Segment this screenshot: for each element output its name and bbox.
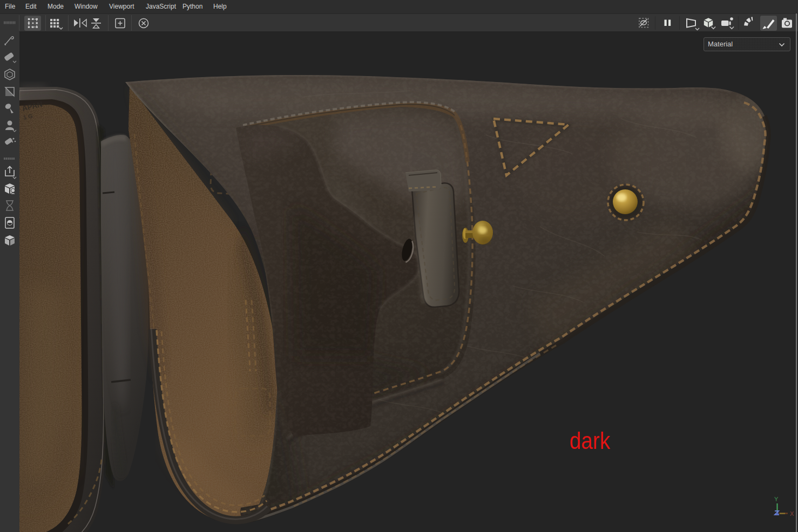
svg-text:X: X — [790, 510, 794, 517]
svg-text:Y: Y — [774, 496, 779, 502]
